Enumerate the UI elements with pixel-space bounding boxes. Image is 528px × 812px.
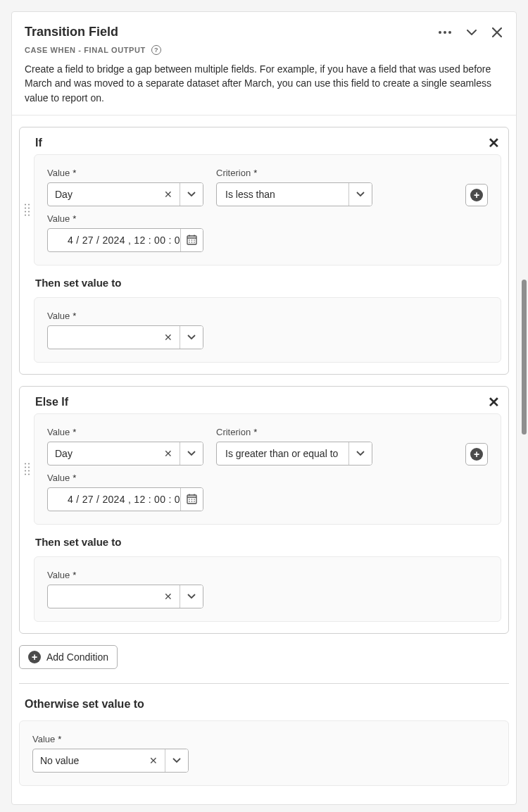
otherwise-card: Value* No value ✕ bbox=[19, 720, 509, 786]
transition-field-panel: Transition Field CASE WHEN - FINAL OUTPU… bbox=[11, 11, 517, 805]
value-label: Value* bbox=[47, 213, 488, 224]
date-input[interactable]: 4 / 27 / 2024 , 12 : 00 : 00 bbox=[47, 228, 203, 252]
then-value-text bbox=[48, 585, 157, 608]
panel-subtitle: CASE WHEN - FINAL OUTPUT bbox=[25, 46, 146, 54]
svg-point-7 bbox=[189, 240, 190, 242]
more-icon[interactable] bbox=[437, 30, 453, 35]
add-condition-label: Add Condition bbox=[46, 651, 108, 663]
value-combobox[interactable]: Day ✕ bbox=[47, 182, 203, 206]
condition-card: Value* Day ✕ Criterion* Is greater than … bbox=[34, 413, 501, 525]
collapse-icon[interactable] bbox=[465, 28, 478, 37]
otherwise-value-text: No value bbox=[33, 749, 142, 772]
value-label: Value* bbox=[47, 570, 488, 580]
clear-icon[interactable]: ✕ bbox=[157, 183, 180, 206]
svg-point-21 bbox=[191, 501, 193, 503]
value-text: Day bbox=[48, 183, 157, 206]
clear-icon[interactable]: ✕ bbox=[142, 749, 165, 772]
calendar-icon[interactable] bbox=[180, 229, 203, 251]
otherwise-title: Otherwise set value to bbox=[25, 698, 509, 711]
chevron-down-icon[interactable] bbox=[180, 183, 203, 206]
panel-description: Create a field to bridge a gap between m… bbox=[25, 62, 503, 105]
date-input[interactable]: 4 / 27 / 2024 , 12 : 00 : 00 bbox=[47, 487, 203, 511]
condition-block-elseif: Else If ✕ Value* Day ✕ bbox=[19, 386, 509, 634]
then-value-combobox[interactable]: ✕ bbox=[47, 585, 203, 608]
svg-point-1 bbox=[444, 31, 446, 34]
add-criterion-button[interactable]: + bbox=[465, 443, 488, 466]
condition-block-if: If ✕ Value* Day ✕ bbox=[19, 127, 509, 375]
then-value-combobox[interactable]: ✕ bbox=[47, 325, 203, 349]
then-card: Value* ✕ bbox=[34, 556, 501, 622]
value-label: Value* bbox=[47, 427, 203, 437]
value-label: Value* bbox=[32, 734, 496, 744]
value-label: Value* bbox=[47, 168, 203, 178]
chevron-down-icon[interactable] bbox=[165, 749, 188, 772]
clear-icon[interactable]: ✕ bbox=[157, 326, 180, 349]
add-condition-button[interactable]: + Add Condition bbox=[19, 645, 118, 669]
drag-handle-icon[interactable] bbox=[25, 204, 30, 216]
svg-point-22 bbox=[194, 501, 195, 503]
svg-point-12 bbox=[194, 242, 195, 244]
criterion-text: Is greater than or equal to bbox=[217, 442, 348, 465]
drag-handle-icon[interactable] bbox=[25, 463, 30, 475]
divider bbox=[19, 683, 509, 684]
chevron-down-icon[interactable] bbox=[349, 183, 372, 206]
svg-point-2 bbox=[448, 31, 451, 34]
close-icon[interactable] bbox=[491, 26, 503, 39]
criterion-label: Criterion* bbox=[216, 168, 372, 178]
condition-title: Else If bbox=[35, 396, 68, 408]
criterion-select[interactable]: Is greater than or equal to bbox=[216, 442, 372, 466]
plus-icon: + bbox=[28, 651, 41, 663]
panel-header: Transition Field CASE WHEN - FINAL OUTPU… bbox=[12, 12, 516, 115]
svg-point-8 bbox=[191, 240, 193, 242]
otherwise-value-combobox[interactable]: No value ✕ bbox=[32, 749, 189, 773]
date-text: 4 / 27 / 2024 , 12 : 00 : 00 bbox=[48, 229, 180, 251]
svg-point-0 bbox=[439, 31, 441, 34]
calendar-icon[interactable] bbox=[180, 488, 203, 511]
panel-title: Transition Field bbox=[25, 25, 118, 39]
criterion-text: Is less than bbox=[217, 183, 348, 206]
svg-point-17 bbox=[189, 499, 190, 501]
then-card: Value* ✕ bbox=[34, 297, 501, 363]
add-criterion-button[interactable]: + bbox=[465, 184, 488, 206]
svg-point-11 bbox=[191, 242, 193, 244]
clear-icon[interactable]: ✕ bbox=[157, 442, 180, 465]
svg-point-9 bbox=[194, 240, 195, 242]
value-combobox[interactable]: Day ✕ bbox=[47, 442, 203, 466]
clear-icon[interactable]: ✕ bbox=[157, 585, 180, 608]
svg-point-19 bbox=[194, 499, 195, 501]
svg-point-18 bbox=[191, 499, 193, 501]
then-label: Then set value to bbox=[35, 536, 501, 548]
scrollbar[interactable] bbox=[522, 280, 527, 435]
chevron-down-icon[interactable] bbox=[180, 326, 203, 349]
condition-title: If bbox=[35, 137, 42, 149]
then-label: Then set value to bbox=[35, 277, 501, 289]
criterion-label: Criterion* bbox=[216, 427, 372, 437]
chevron-down-icon[interactable] bbox=[349, 442, 372, 465]
chevron-down-icon[interactable] bbox=[180, 442, 203, 465]
svg-point-20 bbox=[189, 501, 190, 503]
value-text: Day bbox=[48, 442, 157, 465]
remove-condition-icon[interactable]: ✕ bbox=[488, 395, 500, 409]
date-text: 4 / 27 / 2024 , 12 : 00 : 00 bbox=[48, 488, 180, 511]
chevron-down-icon[interactable] bbox=[180, 585, 203, 608]
value-label: Value* bbox=[47, 473, 488, 483]
value-label: Value* bbox=[47, 311, 488, 321]
criterion-select[interactable]: Is less than bbox=[216, 182, 372, 206]
svg-point-10 bbox=[189, 242, 190, 244]
remove-condition-icon[interactable]: ✕ bbox=[488, 136, 500, 150]
help-icon[interactable]: ? bbox=[151, 45, 161, 55]
then-value-text bbox=[48, 326, 157, 349]
condition-card: Value* Day ✕ Criterion* Is less than bbox=[34, 154, 501, 266]
